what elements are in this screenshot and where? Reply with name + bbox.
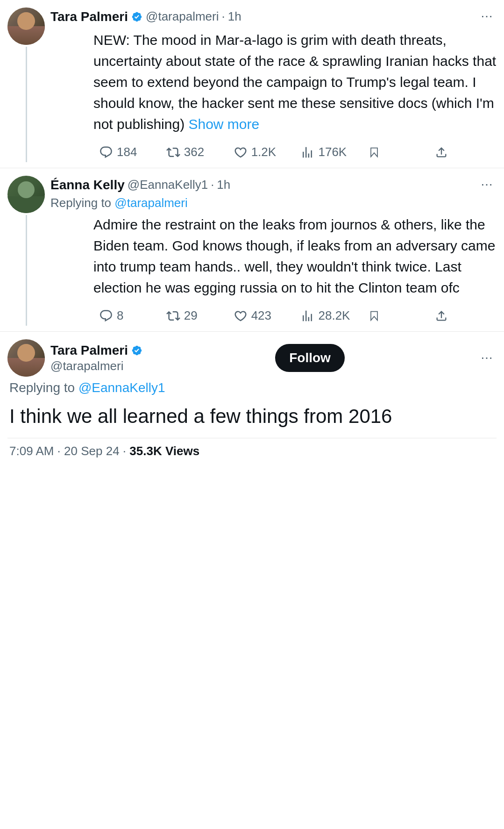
tweet-1-text: NEW: The mood in Mar-a-lago is grim with… — [93, 29, 497, 135]
tweet-3-footer: 7:09 AM · 20 Sep 24 · 35.3K Views — [7, 438, 497, 464]
tweet-3-more-button[interactable]: ⋯ — [477, 349, 497, 367]
thread-line-left-2 — [7, 176, 45, 326]
tweet-1-more-button[interactable]: ⋯ — [477, 7, 497, 26]
retweet-action-2[interactable]: 29 — [161, 306, 228, 326]
thread-connector-1 — [26, 47, 27, 162]
tweet-2-reply-line: Replying to @tarapalmeri — [50, 196, 497, 210]
tweet-3-reply-mention[interactable]: @EannaKelly1 — [78, 380, 165, 395]
avatar-tara-1[interactable] — [7, 7, 45, 45]
tweet-1-body: NEW: The mood in Mar-a-lago is grim with… — [93, 32, 496, 132]
tweet-2: Éanna Kelly @EannaKelly1 · 1h ⋯ Replying… — [0, 168, 504, 332]
tweet-3-views[interactable]: 35.3K Views — [129, 444, 199, 458]
tweet-2-handle[interactable]: @EannaKelly1 — [128, 178, 208, 192]
share-action-2[interactable] — [429, 307, 497, 325]
tweet-3-author-line: Tara Palmeri — [50, 343, 143, 358]
tweet-2-author-name[interactable]: Éanna Kelly — [50, 178, 125, 193]
verified-icon-1 — [131, 11, 143, 23]
tweet-1-time: 1h — [228, 9, 241, 24]
comment-action-1[interactable]: 184 — [93, 142, 161, 162]
tweet-2-time: 1h — [217, 178, 230, 192]
tweet-3-text: I think we all learned a few things from… — [7, 403, 497, 430]
bookmark-action-1[interactable] — [362, 143, 429, 162]
bookmark-action-2[interactable] — [362, 307, 429, 325]
share-action-1[interactable] — [429, 143, 497, 162]
views-action-1[interactable]: 176K — [295, 142, 362, 162]
tweet-3-header: Tara Palmeri @tarapalmeri Follow ⋯ — [7, 339, 497, 377]
views-count-1: 176K — [318, 145, 347, 159]
views-action-2[interactable]: 28.2K — [295, 306, 362, 326]
tweet-2-header: Éanna Kelly @EannaKelly1 · 1h ⋯ Replying… — [50, 176, 497, 210]
avatar-tara-2[interactable] — [7, 339, 45, 377]
tweet-2-actions: 8 29 423 28.2K — [93, 306, 497, 326]
tweet-3-reply-line: Replying to @EannaKelly1 — [7, 380, 497, 395]
retweet-count-2: 29 — [184, 308, 198, 323]
thread-line-left-1 — [7, 7, 45, 162]
tweet-2-author-line: Éanna Kelly @EannaKelly1 · 1h ⋯ — [50, 176, 497, 194]
tweet-3-handle[interactable]: @tarapalmeri — [50, 359, 143, 373]
tweet-1-handle[interactable]: @tarapalmeri — [146, 9, 219, 24]
tweet-1-content: Tara Palmeri @tarapalmeri · 1h ⋯ NEW: Th… — [50, 7, 497, 162]
tweet-1-header: Tara Palmeri @tarapalmeri · 1h ⋯ — [50, 7, 497, 26]
like-count-1: 1.2K — [251, 145, 277, 159]
comment-count-1: 184 — [117, 145, 137, 159]
tweet-1: Tara Palmeri @tarapalmeri · 1h ⋯ NEW: Th… — [0, 0, 504, 168]
tweet-2-reply-mention[interactable]: @tarapalmeri — [114, 196, 187, 210]
thread-connector-2 — [26, 215, 27, 326]
comment-action-2[interactable]: 8 — [93, 306, 161, 326]
tweet-2-meta: Éanna Kelly @EannaKelly1 · 1h ⋯ Replying… — [50, 176, 497, 210]
like-action-2[interactable]: 423 — [228, 306, 295, 326]
views-count-2: 28.2K — [318, 308, 350, 323]
tweet-2-text: Admire the restraint on the leaks from j… — [93, 214, 497, 298]
like-count-2: 423 — [251, 308, 271, 323]
tweet-2-content: Éanna Kelly @EannaKelly1 · 1h ⋯ Replying… — [50, 176, 497, 326]
retweet-count-1: 362 — [184, 145, 204, 159]
avatar-eanna[interactable] — [7, 176, 45, 213]
verified-icon-3 — [131, 344, 143, 357]
follow-button[interactable]: Follow — [275, 344, 345, 372]
tweet-3-timestamp: 7:09 AM · 20 Sep 24 — [9, 444, 120, 458]
tweet-1-author-line: Tara Palmeri @tarapalmeri · 1h ⋯ — [50, 7, 497, 26]
tweet-1-meta: Tara Palmeri @tarapalmeri · 1h ⋯ — [50, 7, 497, 26]
tweet-3-meta: Tara Palmeri @tarapalmeri — [50, 343, 143, 373]
like-action-1[interactable]: 1.2K — [228, 142, 295, 162]
tweet-2-more-button[interactable]: ⋯ — [477, 176, 497, 194]
tweet-1-actions: 184 362 1.2K 176K — [93, 142, 497, 162]
comment-count-2: 8 — [117, 308, 123, 323]
tweet-1-author-name[interactable]: Tara Palmeri — [50, 9, 128, 24]
tweet-3: Tara Palmeri @tarapalmeri Follow ⋯ Reply… — [0, 332, 504, 464]
tweet-3-author-name[interactable]: Tara Palmeri — [50, 343, 128, 358]
show-more-link[interactable]: Show more — [188, 116, 259, 132]
retweet-action-1[interactable]: 362 — [161, 142, 228, 162]
